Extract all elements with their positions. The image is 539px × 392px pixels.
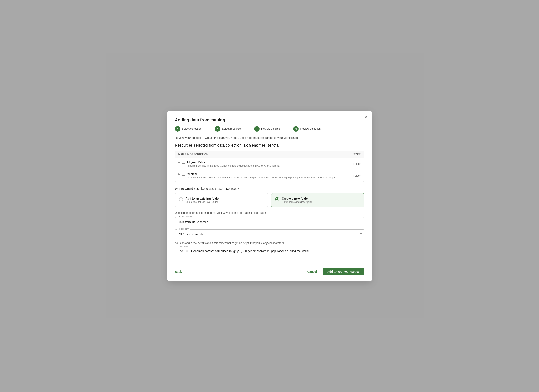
sort-arrow-icon: ↓	[209, 153, 211, 156]
where-label: Where would you like to add these resour…	[175, 187, 364, 190]
step-select-collection: ✓ Select collection	[175, 126, 202, 131]
folder-name-input[interactable]	[175, 217, 364, 226]
description-group: Description The 1000 Genomes dataset com…	[175, 247, 364, 263]
option-title-existing: Add to an existing folder	[186, 197, 220, 200]
radio-new[interactable]	[275, 197, 279, 201]
step-connector-3	[281, 129, 292, 129]
add-to-workspace-button[interactable]: Add to your workspace	[323, 268, 364, 276]
folder-icon-2: 🗀	[182, 173, 185, 176]
step-review-policies: ✓ Review policies	[254, 126, 280, 131]
close-button[interactable]: ×	[365, 115, 368, 119]
step-connector-2	[242, 129, 252, 129]
row-type-2: Folder	[344, 174, 361, 177]
radio-existing[interactable]	[179, 197, 183, 201]
table-row: ▶ 🗀 Aligned Files All alignment files in…	[175, 158, 364, 170]
row-desc-1: All alignment files in the 1000 Genomes …	[187, 164, 280, 167]
folder-name-group: Folder name *	[175, 217, 364, 226]
section-header-prefix: Resources selected from data collection	[175, 143, 241, 147]
table-header: NAME & DESCRIPTION ↓ TYPE	[175, 151, 364, 158]
table-row: ▶ 🗀 Clinical Contains synthetic clinical…	[175, 170, 364, 182]
folder-name-label: Folder name *	[177, 215, 193, 218]
modal: × Adding data from catalog ✓ Select coll…	[168, 111, 372, 281]
expand-icon-2[interactable]: ▶	[178, 173, 180, 176]
description-textarea[interactable]: The 1000 Genomes dataset comprises rough…	[175, 247, 364, 262]
row-type-1: Folder	[344, 162, 361, 165]
folder-path-group: Folder path [ML4H experiments]RootOther …	[175, 229, 364, 238]
section-header: Resources selected from data collection …	[175, 143, 364, 148]
review-subtitle: Review your selection. Got all the data …	[175, 136, 364, 140]
col-type-header: TYPE	[344, 153, 361, 156]
description-label: Description	[177, 245, 190, 247]
step-select-resource: ✓ Select resource	[215, 126, 241, 131]
row-desc-2: Contains synthetic clinical data and act…	[187, 176, 337, 179]
option-sub-new: Enter name and description	[282, 201, 313, 203]
collection-name: 1k Genomes	[244, 143, 266, 147]
step-icon-1: ✓	[175, 126, 180, 131]
radio-inner-new	[276, 198, 278, 200]
row-content-2: Clinical Contains synthetic clinical dat…	[187, 172, 337, 179]
stepper: ✓ Select collection ✓ Select resource ✓ …	[175, 126, 364, 131]
step-icon-3: ✓	[254, 126, 260, 131]
step-icon-2: ✓	[215, 126, 220, 131]
footer-right: Cancel Add to your workspace	[304, 268, 364, 276]
option-text-new: Create a new folder Enter name and descr…	[282, 197, 313, 203]
step-label-3: Review policies	[261, 127, 280, 130]
step-review-selection: 4 Review selection	[293, 126, 321, 131]
footer: Back Cancel Add to your workspace	[175, 268, 364, 276]
folder-path-select-wrapper: [ML4H experiments]RootOther folder ▾	[175, 229, 364, 238]
section-header-suffix: (4 total)	[268, 143, 281, 147]
folder-note: Use folders to organize resources, your …	[175, 211, 364, 214]
resource-table: NAME & DESCRIPTION ↓ TYPE ▶ 🗀 Aligned Fi…	[175, 150, 364, 182]
step-icon-4: 4	[293, 126, 298, 131]
expand-icon-1[interactable]: ▶	[178, 161, 180, 164]
step-label-1: Select collection	[182, 127, 202, 130]
cancel-button[interactable]: Cancel	[304, 268, 320, 275]
folder-path-select[interactable]: [ML4H experiments]RootOther folder	[175, 229, 364, 238]
row-left-2: ▶ 🗀 Clinical Contains synthetic clinical…	[178, 172, 344, 179]
row-content-1: Aligned Files All alignment files in the…	[187, 160, 280, 167]
step-connector-1	[203, 129, 213, 129]
col-name-header: NAME & DESCRIPTION ↓	[178, 153, 211, 156]
option-title-new: Create a new folder	[282, 197, 313, 200]
folder-icon-1: 🗀	[182, 161, 185, 165]
option-new-folder[interactable]: Create a new folder Enter name and descr…	[271, 193, 364, 207]
modal-overlay: × Adding data from catalog ✓ Select coll…	[0, 0, 539, 392]
options-row: Add to an existing folder Select root fo…	[175, 193, 364, 207]
option-existing-folder[interactable]: Add to an existing folder Select root fo…	[175, 193, 268, 207]
row-left-1: ▶ 🗀 Aligned Files All alignment files in…	[178, 160, 344, 167]
option-text-existing: Add to an existing folder Select root fo…	[186, 197, 220, 203]
step-label-2: Select resource	[222, 127, 241, 130]
row-name-1: Aligned Files	[187, 160, 280, 164]
desc-note: You can add a few details about this fol…	[175, 242, 364, 245]
row-name-2: Clinical	[187, 172, 337, 176]
option-sub-existing: Select root for top level folder	[186, 201, 220, 203]
step-label-4: Review selection	[300, 127, 321, 130]
modal-title: Adding data from catalog	[175, 118, 364, 122]
folder-path-label: Folder path	[177, 227, 190, 230]
back-button[interactable]: Back	[175, 268, 182, 275]
